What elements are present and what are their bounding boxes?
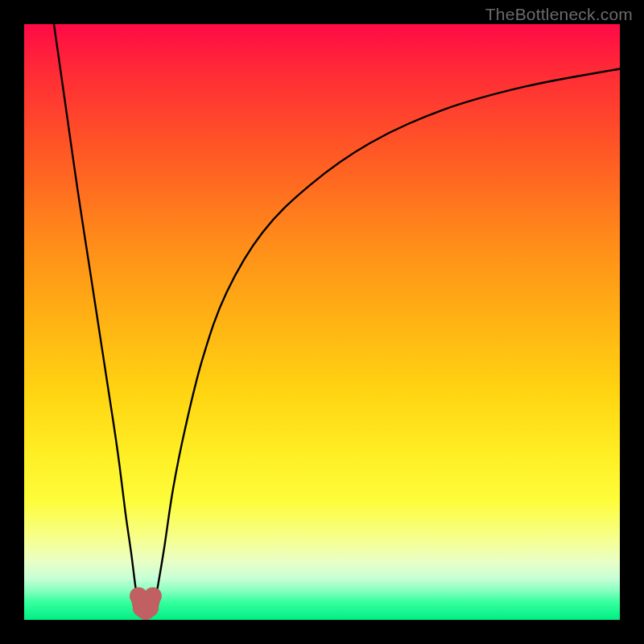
bottleneck-curve	[24, 24, 620, 620]
marker-dot	[144, 587, 162, 605]
plot-area	[24, 24, 620, 620]
curve-right-branch	[152, 69, 620, 609]
chart-frame: TheBottleneck.com	[0, 0, 644, 644]
curve-left-branch	[54, 24, 140, 608]
watermark-text: TheBottleneck.com	[485, 5, 633, 24]
